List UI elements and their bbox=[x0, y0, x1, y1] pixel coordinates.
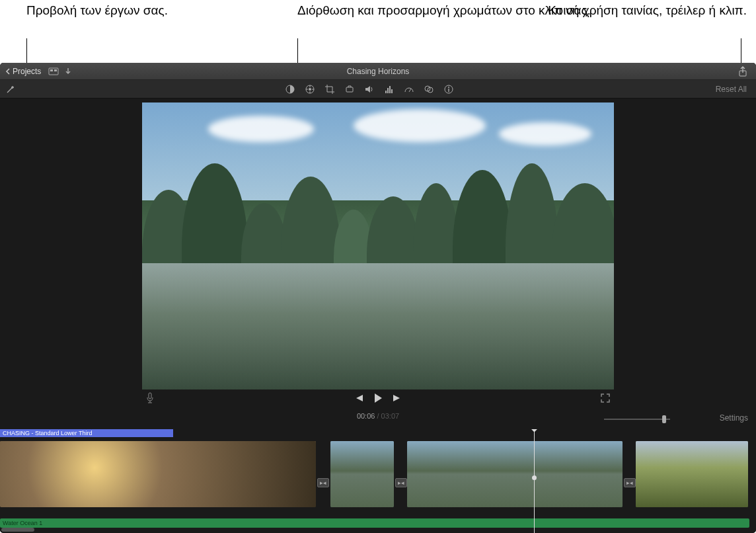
svg-point-15 bbox=[448, 87, 449, 88]
title-track[interactable]: CHASING - Standard Lower Third bbox=[0, 429, 173, 437]
imovie-window: Projects Chasing Horizons bbox=[0, 63, 756, 533]
equalizer-icon bbox=[384, 84, 395, 95]
topbar: Projects Chasing Horizons bbox=[0, 63, 756, 80]
transition-icon[interactable]: ▸◂ bbox=[317, 478, 329, 487]
zoom-thumb[interactable] bbox=[662, 415, 666, 423]
timeline-clip[interactable] bbox=[636, 441, 748, 507]
horizontal-scrollbar[interactable] bbox=[1, 528, 34, 532]
microphone-icon bbox=[145, 392, 155, 404]
play-icon bbox=[373, 393, 383, 403]
chevron-left-icon bbox=[5, 68, 11, 75]
svg-rect-1 bbox=[50, 69, 53, 71]
media-browser-icon bbox=[48, 67, 59, 75]
svg-rect-10 bbox=[389, 86, 391, 93]
zoom-slider[interactable] bbox=[604, 415, 670, 424]
settings-button[interactable]: Settings bbox=[720, 413, 748, 423]
svg-rect-9 bbox=[387, 88, 389, 93]
svg-rect-17 bbox=[149, 393, 151, 399]
next-button[interactable] bbox=[392, 393, 402, 405]
svg-rect-11 bbox=[391, 89, 393, 93]
projects-label: Projects bbox=[13, 67, 41, 76]
color-wheel-icon bbox=[305, 84, 315, 95]
import-button[interactable] bbox=[61, 63, 75, 79]
annotation-projects: Προβολή των έργων σας. bbox=[26, 3, 168, 19]
equalizer-button[interactable] bbox=[383, 83, 395, 95]
clip-row: ▸◂ ▸◂ ▸◂ bbox=[0, 441, 756, 507]
svg-rect-8 bbox=[385, 91, 387, 93]
timeline-clip[interactable] bbox=[330, 441, 394, 507]
previous-button[interactable] bbox=[354, 393, 364, 405]
magic-wand-button[interactable] bbox=[0, 80, 21, 98]
svg-rect-7 bbox=[346, 87, 353, 92]
next-icon bbox=[392, 393, 402, 403]
media-browser-button[interactable] bbox=[46, 63, 61, 79]
filter-icon bbox=[424, 84, 434, 95]
annotation-color: Διόρθωση και προσαρμογή χρωμάτων στο κλι… bbox=[297, 3, 591, 19]
current-time: 00:06 bbox=[357, 412, 375, 420]
voiceover-button[interactable] bbox=[145, 392, 155, 407]
magic-wand-icon bbox=[5, 84, 16, 95]
video-preview[interactable] bbox=[142, 102, 614, 390]
speed-gauge-icon bbox=[404, 84, 414, 95]
duration: 03:07 bbox=[381, 412, 400, 420]
info-button[interactable] bbox=[443, 83, 455, 95]
fullscreen-icon bbox=[600, 393, 611, 403]
annotation-share: Κοινή χρήση ταινίας, τρέιλερ ή κλιπ. bbox=[548, 3, 747, 19]
share-button[interactable] bbox=[735, 63, 751, 79]
color-wheel-button[interactable] bbox=[304, 83, 316, 95]
project-title: Chasing Horizons bbox=[347, 67, 410, 76]
transition-icon[interactable]: ▸◂ bbox=[624, 478, 636, 487]
previous-icon bbox=[354, 393, 364, 403]
reset-all-button[interactable]: Reset All bbox=[716, 85, 747, 94]
timeline-clip[interactable] bbox=[0, 441, 316, 507]
speed-button[interactable] bbox=[403, 83, 415, 95]
transition-icon[interactable]: ▸◂ bbox=[395, 478, 407, 487]
color-balance-icon bbox=[285, 84, 295, 95]
stabilize-icon bbox=[344, 84, 355, 95]
crop-icon bbox=[324, 84, 335, 95]
projects-button[interactable]: Projects bbox=[0, 63, 46, 79]
share-icon bbox=[738, 66, 747, 77]
timeline-clip[interactable] bbox=[407, 441, 623, 507]
svg-rect-16 bbox=[448, 89, 449, 92]
playback-controls bbox=[0, 390, 756, 409]
svg-point-6 bbox=[309, 88, 311, 91]
playhead[interactable] bbox=[534, 429, 535, 533]
volume-button[interactable] bbox=[363, 83, 375, 95]
volume-icon bbox=[364, 84, 375, 95]
timeline[interactable]: CHASING - Standard Lower Third ▸◂ ▸◂ ▸◂ … bbox=[0, 429, 756, 533]
filter-button[interactable] bbox=[423, 83, 435, 95]
svg-rect-2 bbox=[54, 69, 57, 71]
import-arrow-icon bbox=[64, 67, 72, 76]
timecode-display: 00:06 / 03:07 bbox=[357, 412, 399, 420]
fullscreen-button[interactable] bbox=[600, 393, 611, 406]
viewer-area: 00:06 / 03:07 Settings bbox=[0, 99, 756, 429]
audio-track[interactable]: Water Ocean 1 bbox=[0, 518, 749, 528]
adjustments-toolbar: Reset All bbox=[0, 80, 756, 99]
color-balance-button[interactable] bbox=[284, 83, 296, 95]
info-icon bbox=[443, 84, 454, 95]
play-button[interactable] bbox=[373, 393, 383, 406]
stabilize-button[interactable] bbox=[344, 83, 356, 95]
crop-button[interactable] bbox=[324, 83, 336, 95]
